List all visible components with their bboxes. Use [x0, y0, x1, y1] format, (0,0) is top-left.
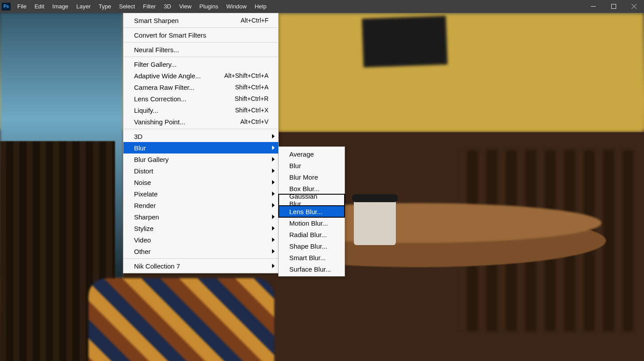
filter-item-liquify[interactable]: Liquify...Shift+Ctrl+X [123, 104, 278, 116]
menu-item-label: Pixelate [134, 190, 157, 198]
filter-item-neural-filters[interactable]: Neural Filters... [123, 44, 278, 55]
filter-item-smart-sharpen[interactable]: Smart SharpenAlt+Ctrl+F [123, 15, 278, 26]
filter-item-blur[interactable]: Blur [123, 142, 278, 154]
menu-item-shortcut: Shift+Ctrl+X [235, 107, 268, 114]
menu-file[interactable]: File [13, 0, 31, 13]
menu-item-label: Average [289, 150, 314, 158]
filter-item-other[interactable]: Other [123, 246, 278, 257]
filter-item-render[interactable]: Render [123, 200, 278, 211]
menu-filter[interactable]: Filter [139, 0, 160, 13]
close-button[interactable] [624, 0, 644, 13]
filter-item-blur-gallery[interactable]: Blur Gallery [123, 154, 278, 165]
menu-3d[interactable]: 3D [160, 0, 175, 13]
filter-item-camera-raw-filter[interactable]: Camera Raw Filter...Shift+Ctrl+A [123, 81, 278, 93]
chevron-right-icon [272, 146, 275, 150]
filter-dropdown-menu: Smart SharpenAlt+Ctrl+FConvert for Smart… [123, 13, 279, 273]
filter-item-adaptive-wide-angle[interactable]: Adaptive Wide Angle...Alt+Shift+Ctrl+A [123, 70, 278, 81]
menu-plugins[interactable]: Plugins [196, 0, 222, 13]
blur-submenu: AverageBlurBlur MoreBox Blur...Gaussian … [278, 146, 345, 277]
menu-item-label: Radial Blur... [289, 231, 327, 238]
menu-item-label: Blur Gallery [134, 156, 169, 163]
menu-item-shortcut: Alt+Shift+Ctrl+A [224, 72, 268, 79]
menu-item-label: Liquify... [134, 107, 158, 114]
filter-item-convert-for-smart-filters[interactable]: Convert for Smart Filters [123, 29, 278, 41]
menu-item-shortcut: Alt+Ctrl+F [241, 17, 268, 24]
menu-item-label: Sharpen [134, 213, 159, 221]
menu-item-label: Blur [134, 144, 146, 152]
blur-item-blur-more[interactable]: Blur More [279, 171, 345, 183]
menu-item-label: Lens Correction... [134, 95, 186, 103]
filter-item-video[interactable]: Video [123, 234, 278, 246]
chevron-right-icon [272, 180, 275, 184]
menu-item-label: Surface Blur... [289, 265, 331, 273]
photo-plaid-blanket [88, 278, 274, 361]
menu-item-label: Neural Filters... [134, 46, 179, 54]
menu-item-label: Shape Blur... [289, 242, 327, 250]
menu-item-label: 3D [134, 133, 142, 140]
blur-item-surface-blur[interactable]: Surface Blur... [279, 263, 345, 275]
blur-item-lens-blur[interactable]: Lens Blur... [279, 206, 345, 217]
minimize-button[interactable] [583, 0, 603, 13]
menu-image[interactable]: Image [48, 0, 72, 13]
photo-menu-board [362, 16, 448, 68]
chevron-right-icon [272, 249, 275, 253]
menu-item-label: Smart Blur... [289, 254, 326, 261]
filter-item-nik-collection-7[interactable]: Nik Collection 7 [123, 260, 278, 272]
menu-item-label: Motion Blur... [289, 219, 328, 227]
chevron-right-icon [272, 157, 275, 161]
filter-item-noise[interactable]: Noise [123, 177, 278, 188]
filter-item-filter-gallery[interactable]: Filter Gallery... [123, 58, 278, 70]
menu-item-label: Lens Blur... [289, 208, 322, 215]
chevron-right-icon [272, 226, 275, 230]
blur-item-motion-blur[interactable]: Motion Blur... [279, 217, 345, 229]
blur-item-smart-blur[interactable]: Smart Blur... [279, 252, 345, 263]
blur-item-average[interactable]: Average [279, 148, 345, 160]
filter-item-distort[interactable]: Distort [123, 165, 278, 177]
menu-item-label: Nik Collection 7 [134, 262, 180, 270]
app-menubar: Ps FileEditImageLayerTypeSelectFilter3DV… [0, 0, 644, 13]
chevron-right-icon [272, 169, 275, 173]
filter-item-pixelate[interactable]: Pixelate [123, 188, 278, 200]
filter-item-3d[interactable]: 3D [123, 131, 278, 142]
menu-select[interactable]: Select [115, 0, 139, 13]
menu-item-label: Render [134, 202, 156, 209]
menu-edit[interactable]: Edit [31, 0, 48, 13]
menu-item-label: Video [134, 236, 151, 244]
chevron-right-icon [272, 215, 275, 219]
filter-item-sharpen[interactable]: Sharpen [123, 211, 278, 223]
filter-item-lens-correction[interactable]: Lens Correction...Shift+Ctrl+R [123, 93, 278, 104]
chevron-right-icon [272, 192, 275, 196]
filter-item-stylize[interactable]: Stylize [123, 223, 278, 234]
menu-separator [124, 258, 278, 259]
menu-item-label: Adaptive Wide Angle... [134, 72, 201, 80]
blur-item-shape-blur[interactable]: Shape Blur... [279, 240, 345, 252]
menu-item-label: Convert for Smart Filters [134, 31, 206, 39]
filter-item-vanishing-point[interactable]: Vanishing Point...Alt+Ctrl+V [123, 116, 278, 127]
menu-help[interactable]: Help [251, 0, 271, 13]
menu-view[interactable]: View [175, 0, 196, 13]
menu-layer[interactable]: Layer [73, 0, 95, 13]
maximize-button[interactable] [603, 0, 624, 13]
menu-item-label: Gaussian Blur... [289, 192, 335, 207]
menu-item-label: Blur More [289, 173, 318, 181]
chevron-right-icon [272, 203, 275, 207]
menu-window[interactable]: Window [222, 0, 250, 13]
chevron-right-icon [272, 134, 275, 138]
menu-separator [124, 27, 278, 28]
menu-item-label: Camera Raw Filter... [134, 84, 195, 91]
photo-coffee-cup [354, 196, 396, 245]
chevron-right-icon [272, 264, 275, 268]
blur-item-gaussian-blur[interactable]: Gaussian Blur... [279, 194, 345, 206]
menu-item-shortcut: Shift+Ctrl+A [235, 84, 268, 91]
menu-item-label: Distort [134, 167, 153, 175]
menu-type[interactable]: Type [95, 0, 115, 13]
menu-item-label: Noise [134, 179, 151, 186]
menu-separator [124, 42, 278, 42]
menu-item-label: Filter Gallery... [134, 61, 176, 68]
menu-item-shortcut: Shift+Ctrl+R [235, 95, 268, 102]
menu-item-label: Other [134, 248, 151, 255]
photo-coffee-lid [352, 194, 398, 202]
blur-item-radial-blur[interactable]: Radial Blur... [279, 229, 345, 240]
blur-item-blur[interactable]: Blur [279, 160, 345, 171]
menu-item-label: Blur [289, 162, 301, 169]
